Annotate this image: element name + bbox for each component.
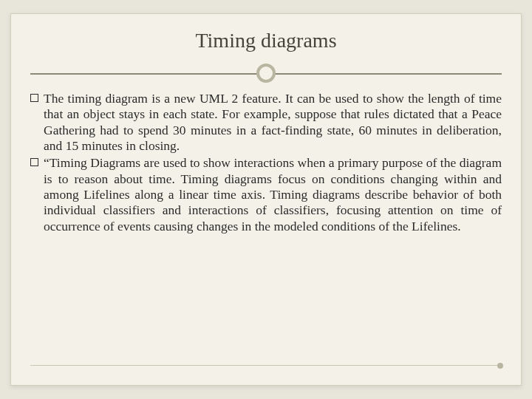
bullet-icon (30, 94, 38, 102)
paragraph-text: “Timing Diagrams are used to show intera… (44, 155, 502, 233)
slide-title: Timing diagrams (30, 29, 502, 52)
footer-divider (30, 365, 502, 366)
paragraph: “Timing Diagrams are used to show intera… (30, 155, 502, 234)
bullet-icon (30, 158, 38, 166)
title-divider (30, 63, 502, 83)
divider-circle-icon (256, 64, 276, 83)
paragraph: The timing diagram is a new UML 2 featur… (30, 91, 502, 154)
footer-dot-icon (497, 363, 503, 369)
slide-body: The timing diagram is a new UML 2 featur… (30, 91, 502, 234)
paragraph-text: The timing diagram is a new UML 2 featur… (44, 91, 502, 153)
slide-container: Timing diagrams The timing diagram is a … (10, 13, 522, 386)
